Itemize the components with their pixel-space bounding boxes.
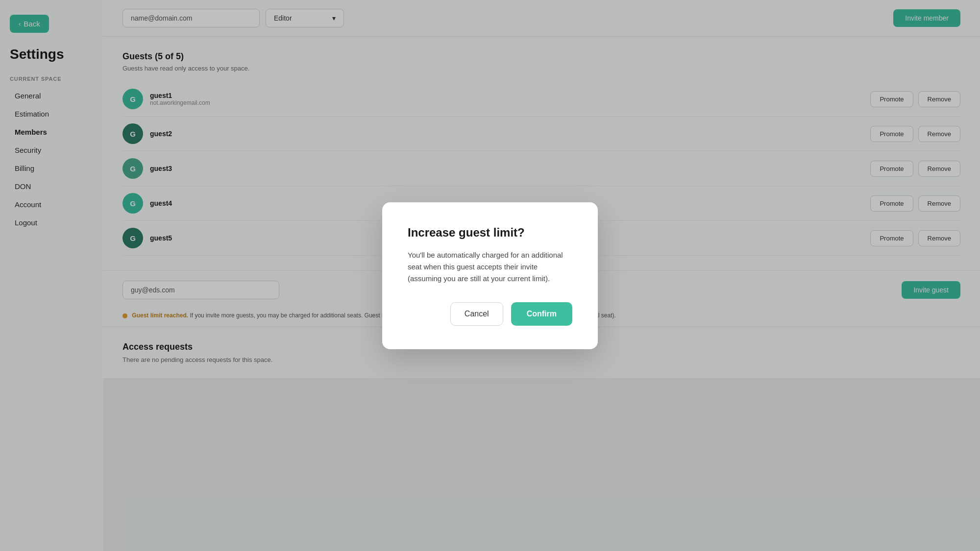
confirm-button[interactable]: Confirm [511, 302, 572, 326]
modal-title: Increase guest limit? [408, 226, 572, 240]
modal-overlay[interactable]: Increase guest limit? You'll be automati… [0, 0, 980, 551]
confirm-modal: Increase guest limit? You'll be automati… [382, 202, 598, 349]
modal-actions: Cancel Confirm [408, 302, 572, 326]
cancel-button[interactable]: Cancel [450, 302, 503, 326]
modal-body: You'll be automatically charged for an a… [408, 249, 572, 285]
